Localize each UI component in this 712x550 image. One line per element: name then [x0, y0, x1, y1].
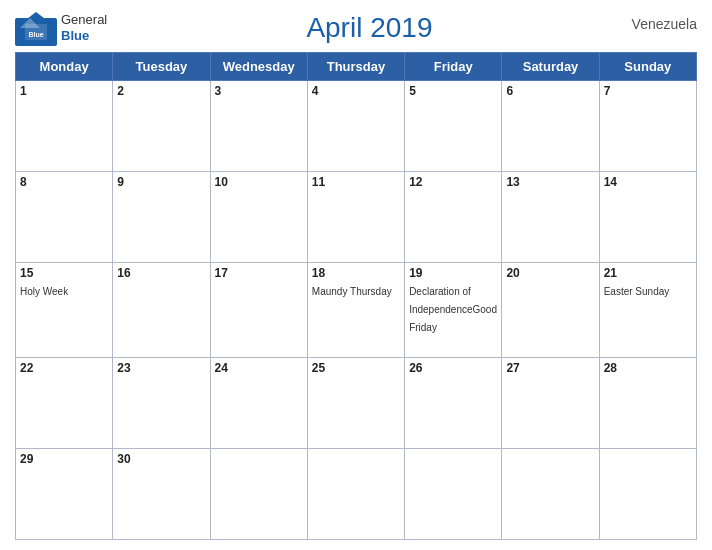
day-number: 14	[604, 174, 692, 191]
day-number: 7	[604, 83, 692, 100]
day-number: 20	[506, 265, 594, 282]
day-number: 4	[312, 83, 400, 100]
svg-text:Blue: Blue	[28, 31, 43, 38]
header-wednesday: Wednesday	[210, 53, 307, 81]
calendar-cell: 20	[502, 262, 599, 358]
calendar-cell: 5	[405, 81, 502, 172]
day-number: 9	[117, 174, 205, 191]
calendar-title: April 2019	[107, 12, 631, 44]
calendar-cell: 27	[502, 358, 599, 449]
logo-label: General Blue	[61, 12, 107, 43]
day-number: 24	[215, 360, 303, 377]
calendar-cell	[405, 449, 502, 540]
day-number: 10	[215, 174, 303, 191]
day-number: 6	[506, 83, 594, 100]
calendar-cell: 2	[113, 81, 210, 172]
day-number: 25	[312, 360, 400, 377]
day-event: Maundy Thursday	[312, 286, 392, 297]
day-number: 13	[506, 174, 594, 191]
header-thursday: Thursday	[307, 53, 404, 81]
calendar-cell: 16	[113, 262, 210, 358]
day-number: 12	[409, 174, 497, 191]
calendar-week-row: 1234567	[16, 81, 697, 172]
calendar-cell: 28	[599, 358, 696, 449]
calendar-cell: 18Maundy Thursday	[307, 262, 404, 358]
weekday-header-row: Monday Tuesday Wednesday Thursday Friday…	[16, 53, 697, 81]
logo: Blue General Blue	[15, 10, 107, 46]
calendar-week-row: 22232425262728	[16, 358, 697, 449]
calendar-cell	[502, 449, 599, 540]
calendar-cell: 10	[210, 171, 307, 262]
calendar-cell: 29	[16, 449, 113, 540]
day-number: 27	[506, 360, 594, 377]
day-number: 30	[117, 451, 205, 468]
calendar-cell: 1	[16, 81, 113, 172]
calendar-cell: 8	[16, 171, 113, 262]
day-number: 26	[409, 360, 497, 377]
header-tuesday: Tuesday	[113, 53, 210, 81]
day-number: 28	[604, 360, 692, 377]
day-number: 23	[117, 360, 205, 377]
day-number: 11	[312, 174, 400, 191]
calendar-cell	[599, 449, 696, 540]
day-number: 1	[20, 83, 108, 100]
calendar-cell: 23	[113, 358, 210, 449]
calendar-cell: 12	[405, 171, 502, 262]
calendar-cell: 13	[502, 171, 599, 262]
day-number: 17	[215, 265, 303, 282]
calendar-week-row: 2930	[16, 449, 697, 540]
day-number: 2	[117, 83, 205, 100]
day-number: 15	[20, 265, 108, 282]
calendar-cell: 24	[210, 358, 307, 449]
day-event: Holy Week	[20, 286, 68, 297]
calendar-cell: 3	[210, 81, 307, 172]
day-event: Declaration of Independence	[409, 286, 472, 315]
calendar-week-row: 15Holy Week161718Maundy Thursday19Declar…	[16, 262, 697, 358]
day-number: 18	[312, 265, 400, 282]
day-number: 5	[409, 83, 497, 100]
calendar-cell: 26	[405, 358, 502, 449]
calendar-cell: 17	[210, 262, 307, 358]
header-saturday: Saturday	[502, 53, 599, 81]
logo-general-text: General	[61, 12, 107, 28]
header-friday: Friday	[405, 53, 502, 81]
header-sunday: Sunday	[599, 53, 696, 81]
calendar-cell	[307, 449, 404, 540]
calendar-cell: 9	[113, 171, 210, 262]
day-number: 8	[20, 174, 108, 191]
logo-blue-text: Blue	[61, 28, 107, 44]
day-number: 16	[117, 265, 205, 282]
calendar-cell: 7	[599, 81, 696, 172]
calendar-cell: 14	[599, 171, 696, 262]
calendar-cell: 19Declaration of IndependenceGood Friday	[405, 262, 502, 358]
calendar-table: Monday Tuesday Wednesday Thursday Friday…	[15, 52, 697, 540]
calendar-cell: 15Holy Week	[16, 262, 113, 358]
calendar-cell: 22	[16, 358, 113, 449]
calendar-cell: 4	[307, 81, 404, 172]
day-number: 22	[20, 360, 108, 377]
calendar-cell: 11	[307, 171, 404, 262]
header: Blue General Blue April 2019 Venezuela	[15, 10, 697, 46]
calendar-cell: 21Easter Sunday	[599, 262, 696, 358]
calendar-cell	[210, 449, 307, 540]
calendar-cell: 25	[307, 358, 404, 449]
calendar-week-row: 891011121314	[16, 171, 697, 262]
calendar-cell: 6	[502, 81, 599, 172]
country-label: Venezuela	[632, 16, 697, 32]
calendar-cell: 30	[113, 449, 210, 540]
day-number: 19	[409, 265, 497, 282]
page: Blue General Blue April 2019 Venezuela M…	[0, 0, 712, 550]
day-number: 21	[604, 265, 692, 282]
calendar-body: 123456789101112131415Holy Week161718Maun…	[16, 81, 697, 540]
logo-icon: Blue	[15, 10, 57, 46]
day-number: 3	[215, 83, 303, 100]
day-number: 29	[20, 451, 108, 468]
day-event: Easter Sunday	[604, 286, 670, 297]
header-monday: Monday	[16, 53, 113, 81]
